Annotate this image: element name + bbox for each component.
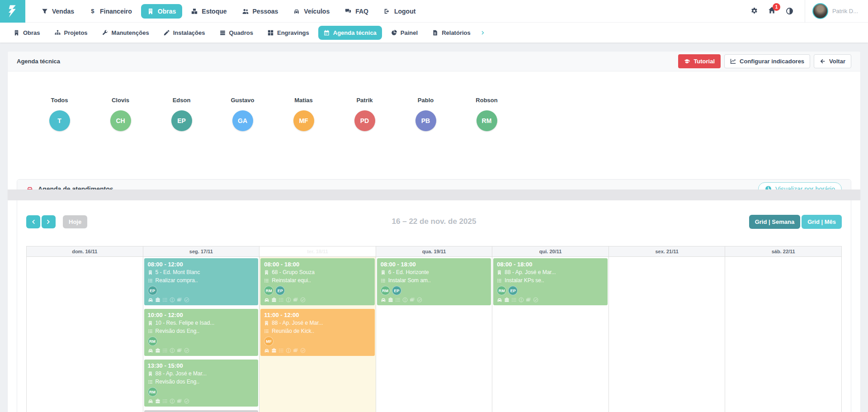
- day-column-dom-16-11[interactable]: [27, 257, 143, 412]
- building-icon: [147, 8, 154, 14]
- day-header-qua-19-11[interactable]: qua. 19/11: [376, 246, 493, 256]
- logo-zigzag-icon: [6, 3, 19, 20]
- person-avatar-circle[interactable]: CH: [110, 110, 131, 131]
- view-week-button[interactable]: Grid | Semana: [749, 215, 800, 229]
- calendar-event[interactable]: 11:00 - 12:0088 - Ap. José e Mar...Reuni…: [260, 309, 375, 356]
- person-filter-edson[interactable]: EdsonEP: [151, 97, 212, 131]
- subnav-item-label: Projetos: [64, 29, 88, 36]
- configure-indicators-button[interactable]: Configurar indicadores: [724, 54, 810, 68]
- topnav-item-faq[interactable]: FAQ: [339, 4, 375, 19]
- calendar-event[interactable]: 13:30 - 15:0088 - Ap. José e Mar...Revis…: [144, 360, 259, 407]
- subnav-item-manutencoes[interactable]: Manutenções: [97, 26, 155, 40]
- event-time: 08:00 - 18:00: [264, 260, 371, 268]
- event-briefcase-icon: [155, 348, 160, 353]
- event-avatars: RMEP: [497, 286, 604, 295]
- theme-contrast-icon[interactable]: [786, 7, 793, 15]
- topnav-item-vendas[interactable]: Vendas: [35, 4, 80, 19]
- chart-line-icon: [730, 58, 736, 64]
- comments-icon: [345, 8, 351, 14]
- app-logo[interactable]: [0, 0, 25, 23]
- calendar-event[interactable]: 08:00 - 18:0068 - Grupo SouzaReinstalar …: [260, 258, 375, 305]
- person-avatar-circle[interactable]: T: [49, 110, 70, 131]
- person-filter-matias[interactable]: MatiasMF: [273, 97, 334, 131]
- topnav-item-pessoas[interactable]: Pessoas: [236, 4, 285, 19]
- topnav-item-estoque[interactable]: Estoque: [185, 4, 233, 19]
- subnav-item-quadros[interactable]: Quadros: [214, 26, 259, 40]
- event-building-label: 88 - Ap. José e Mar...: [272, 319, 323, 327]
- event-time: 10:00 - 12:00: [148, 311, 255, 319]
- topnav-item-logout[interactable]: Logout: [377, 4, 422, 19]
- user-name[interactable]: Patrik D...: [832, 8, 858, 14]
- subnav-item-engravings[interactable]: Engravings: [262, 26, 315, 40]
- day-header-seg-17-11[interactable]: seg. 17/11: [143, 246, 260, 256]
- person-avatar-circle[interactable]: PD: [354, 110, 375, 131]
- back-button[interactable]: Voltar: [814, 54, 851, 68]
- person-filter-robson[interactable]: RobsonRM: [456, 97, 517, 131]
- person-avatar-circle[interactable]: EP: [171, 110, 192, 131]
- topnav-item-veiculos[interactable]: Veículos: [287, 4, 336, 19]
- subnav-item-agenda-tecnica[interactable]: Agenda técnica: [318, 26, 382, 40]
- subnav-item-painel[interactable]: Painel: [386, 26, 423, 40]
- person-avatar-circle[interactable]: PB: [415, 110, 436, 131]
- day-header-dom-16-11[interactable]: dom. 16/11: [27, 246, 143, 256]
- subnav-item-relatorios[interactable]: Relatórios: [427, 26, 476, 40]
- person-filter-gustavo[interactable]: GustavoGA: [212, 97, 273, 131]
- event-photos-icon: [410, 297, 415, 303]
- day-column-ter-18-11[interactable]: 08:00 - 18:0068 - Grupo SouzaReinstalar …: [259, 257, 376, 412]
- user-avatar[interactable]: [812, 3, 828, 19]
- today-button[interactable]: Hoje: [63, 215, 87, 228]
- day-column-qui-20-11[interactable]: 08:00 - 18:0088 - Ap. José e Mar...Insta…: [492, 257, 609, 412]
- day-column-qua-19-11[interactable]: 08:00 - 18:006 - Ed. HorizonteInstalar S…: [376, 257, 493, 412]
- person-avatar-circle[interactable]: MF: [293, 110, 314, 131]
- topbar: Vendas$FinanceiroObrasEstoquePessoasVeíc…: [0, 0, 868, 23]
- week-calendar: dom. 16/11seg. 17/11ter. 18/11qua. 19/11…: [26, 246, 842, 412]
- subnav-item-obras[interactable]: Obras: [8, 26, 46, 40]
- person-avatar-circle[interactable]: GA: [232, 110, 253, 131]
- subnav-more-chevron-icon[interactable]: [481, 30, 486, 35]
- person-filter-pablo[interactable]: PabloPB: [395, 97, 456, 131]
- day-column-sab-22-11[interactable]: [725, 257, 841, 412]
- prev-week-button[interactable]: [26, 215, 40, 228]
- person-filter-todos[interactable]: TodosT: [29, 97, 90, 131]
- topnav-item-label: Veículos: [304, 8, 330, 15]
- tasks-icon: [148, 379, 153, 384]
- subnav-item-instalacoes[interactable]: Instalações: [158, 26, 211, 40]
- event-avatar-chip: EP: [275, 286, 285, 295]
- topbar-right: 1 Patrik D...: [745, 0, 868, 22]
- day-header-sab-22-11[interactable]: sáb. 22/11: [725, 246, 841, 256]
- event-avatars: MF: [264, 336, 371, 346]
- day-header-sex-21-11[interactable]: sex. 21/11: [609, 246, 726, 256]
- calendar-event[interactable]: 08:00 - 12:005 - Ed. Mont BlancRealizar …: [144, 258, 259, 305]
- calendar-event[interactable]: 08:00 - 18:0088 - Ap. José e Mar...Insta…: [493, 258, 608, 305]
- event-time: 13:30 - 15:00: [148, 362, 255, 369]
- view-month-button[interactable]: Grid | Mês: [802, 215, 842, 229]
- day-column-sex-21-11[interactable]: [609, 257, 726, 412]
- person-avatar-circle[interactable]: RM: [476, 110, 497, 131]
- event-building-row: 88 - Ap. José e Mar...: [148, 369, 255, 378]
- day-column-seg-17-11[interactable]: 08:00 - 12:005 - Ed. Mont BlancRealizar …: [143, 257, 260, 412]
- graduation-cap-icon: [684, 58, 690, 64]
- subnav-item-projetos[interactable]: Projetos: [49, 26, 93, 40]
- calendar-event[interactable]: 15:00 - 18:0010 - Res. Felipe e Isad...R…: [144, 410, 259, 412]
- event-building-label: 10 - Res. Felipe e Isad...: [156, 319, 215, 327]
- settings-gear-icon[interactable]: [750, 7, 758, 15]
- person-name: Robson: [476, 97, 497, 104]
- topnav-item-obras[interactable]: Obras: [141, 4, 182, 19]
- topnav-item-financeiro[interactable]: $Financeiro: [83, 4, 138, 19]
- event-avatars: RM: [148, 336, 255, 346]
- building-icon: [381, 270, 386, 275]
- next-week-button[interactable]: [42, 215, 56, 228]
- subnav-items: ObrasProjetosManutençõesInstalaçõesQuadr…: [8, 26, 476, 40]
- person-filter-patrik[interactable]: PatrikPD: [334, 97, 395, 131]
- day-header-ter-18-11[interactable]: ter. 18/11: [259, 246, 376, 256]
- calendar-event[interactable]: 08:00 - 18:006 - Ed. HorizonteInstalar S…: [377, 258, 491, 305]
- person-filter-clovis[interactable]: ClovisCH: [90, 97, 151, 131]
- tutorial-button[interactable]: Tutorial: [678, 54, 721, 68]
- event-briefcase-icon: [504, 297, 509, 303]
- day-header-qui-20-11[interactable]: qui. 20/11: [492, 246, 609, 256]
- pencil-icon: [164, 30, 170, 36]
- event-status-icons: [497, 297, 604, 303]
- calendar-event[interactable]: 10:00 - 12:0010 - Res. Felipe e Isad...R…: [144, 309, 259, 356]
- event-avatars: EP: [148, 286, 255, 295]
- home-button[interactable]: 1: [768, 6, 776, 16]
